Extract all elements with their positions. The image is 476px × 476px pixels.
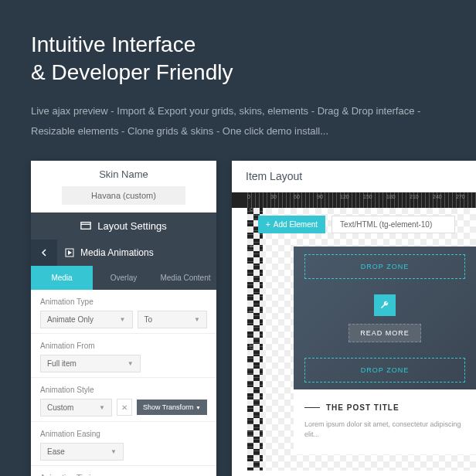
layout-settings-bar[interactable]: Layout Settings <box>31 212 216 240</box>
chevron-left-icon <box>40 249 48 257</box>
overlay-area: DROP ZONE READ MORE DROP ZONE <box>294 246 476 398</box>
item-layout-header: Item Layout <box>232 161 476 192</box>
element-name-field[interactable]: Text/HTML (tg-element-10) <box>332 216 455 233</box>
tab-bar: Media Overlay Media Content <box>31 266 216 290</box>
plus-icon: + <box>266 220 270 229</box>
animation-to-select[interactable]: To▼ <box>138 311 208 328</box>
caret-down-icon: ▼ <box>194 316 200 323</box>
ruler-tick: 60 <box>294 194 300 199</box>
ruler-tick: 90 <box>317 194 323 199</box>
layout-icon <box>80 220 91 231</box>
back-button[interactable] <box>31 240 57 266</box>
canvas-body: 04488132176 +Add Element Text/HTML (tg-e… <box>247 208 476 471</box>
hero-section: Intuitive Interface & Developer Friendly… <box>0 0 476 161</box>
post-body: Lorem ipsum dolor sit amet, consectetur … <box>304 420 465 440</box>
tab-media[interactable]: Media <box>31 266 93 290</box>
tab-overlay[interactable]: Overlay <box>93 266 155 290</box>
hero-subtitle: Live ajax preview - Import & Export your… <box>31 101 445 141</box>
item-layout-panel: Item Layout 0306090120150180210240270300… <box>232 161 476 476</box>
skin-name-input[interactable] <box>62 186 185 205</box>
animation-type-select[interactable]: Animate Only▼ <box>40 311 133 328</box>
animation-from-select[interactable]: Full item▼ <box>40 355 141 372</box>
animation-type-label: Animation Type <box>40 298 207 306</box>
ruler-tick: 210 <box>410 194 419 199</box>
media-animations-label: Media Animations <box>80 247 154 258</box>
show-transform-button[interactable]: Show Transform ▼ <box>137 400 207 415</box>
ruler-tick: 240 <box>433 194 442 199</box>
animation-style-select[interactable]: Custom▼ <box>40 399 112 416</box>
clear-button[interactable]: ✕ <box>117 399 132 416</box>
drop-zone-bottom[interactable]: DROP ZONE <box>304 358 465 382</box>
caret-down-icon: ▼ <box>196 405 201 410</box>
svg-rect-0 <box>81 223 90 230</box>
ruler-corner <box>232 192 247 208</box>
animation-from-label: Animation From <box>40 342 207 350</box>
add-element-button[interactable]: +Add Element <box>258 216 325 233</box>
caret-down-icon: ▼ <box>120 316 126 323</box>
settings-panel: Skin Name Layout Settings Media Animatio… <box>31 161 216 476</box>
ruler-tick: 270 <box>456 194 465 199</box>
post-area: THE POST TITLE Lorem ipsum dolor sit ame… <box>294 389 476 454</box>
caret-down-icon: ▼ <box>128 360 134 367</box>
hero-title-line2: & Developer Friendly <box>31 60 233 84</box>
hero-title-line1: Intuitive Interface <box>31 32 196 56</box>
read-more-button[interactable]: READ MORE <box>348 324 421 342</box>
drop-zone-top[interactable]: DROP ZONE <box>304 254 465 279</box>
layout-settings-label: Layout Settings <box>97 220 167 232</box>
tab-media-content[interactable]: Media Content <box>155 266 216 290</box>
post-title: THE POST TITLE <box>304 403 465 412</box>
ruler-tick: 180 <box>386 194 396 199</box>
ruler-tick: 150 <box>363 194 372 199</box>
animation-easing-select[interactable]: Ease▼ <box>40 443 124 461</box>
ruler-horizontal: 0306090120150180210240270300 <box>247 192 476 208</box>
skin-name-label: Skin Name <box>39 168 209 180</box>
hero-title: Intuitive Interface & Developer Friendly <box>31 31 445 87</box>
close-icon: ✕ <box>121 403 128 412</box>
play-icon <box>65 248 74 257</box>
wrench-icon[interactable] <box>374 294 396 316</box>
ruler-tick: 30 <box>270 194 277 199</box>
media-animations-header: Media Animations <box>57 240 216 266</box>
ruler-tick: 120 <box>340 194 349 199</box>
caret-down-icon: ▼ <box>99 404 105 411</box>
animation-easing-label: Animation Easing <box>40 430 207 438</box>
caret-down-icon: ▼ <box>110 448 117 455</box>
ruler-tick: 0 <box>247 194 250 199</box>
animation-style-label: Animation Style <box>40 386 207 394</box>
